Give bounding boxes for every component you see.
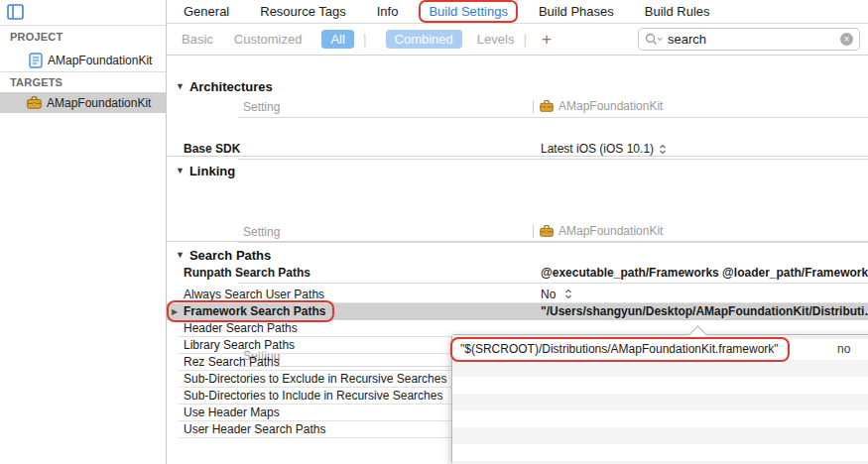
setting-row-always-search-user-paths: Always Search User Paths No xyxy=(167,287,868,303)
popover-empty-row[interactable] xyxy=(452,377,868,394)
setting-label: Header Search Paths xyxy=(184,320,298,337)
search-field[interactable]: × xyxy=(638,28,860,51)
popover-empty-row[interactable] xyxy=(452,427,868,444)
setting-value[interactable]: Latest iOS (iOS 10.1) xyxy=(541,142,667,156)
targets-section-header: TARGETS xyxy=(10,76,62,88)
framework-search-paths-popover: "$(SRCROOT)/Distributions/AMapFoundation… xyxy=(451,334,868,464)
stepper-icon[interactable] xyxy=(564,290,572,299)
sidebar-divider xyxy=(0,71,166,72)
setting-label: Always Search User Paths xyxy=(184,287,324,303)
scope-all[interactable]: All xyxy=(321,30,353,49)
tab-build-rules[interactable]: Build Rules xyxy=(645,4,710,19)
target-toolbox-icon xyxy=(27,96,42,109)
scope-basic[interactable]: Basic xyxy=(182,32,213,47)
disclosure-closed-icon[interactable]: ▶ xyxy=(172,303,178,320)
target-toolbox-icon xyxy=(540,100,554,112)
section-title: Linking xyxy=(189,164,235,178)
build-settings-filter-bar: Basic Customized All | Combined Levels |… xyxy=(167,24,868,56)
popover-empty-row[interactable] xyxy=(452,410,868,427)
project-item-label: AMapFoundationKit xyxy=(48,54,152,67)
disclosure-open-icon[interactable]: ▼ xyxy=(176,250,185,260)
section-header-search-paths[interactable]: ▼ Search Paths xyxy=(167,246,868,264)
sidebar-item-target[interactable]: AMapFoundationKit xyxy=(0,92,166,113)
disclosure-open-icon[interactable]: ▼ xyxy=(176,166,185,175)
column-setting: Setting xyxy=(243,225,280,239)
popover-empty-row[interactable] xyxy=(452,360,868,377)
setting-row-runpath: Runpath Search Paths @executable_path/Fr… xyxy=(167,263,868,284)
navigator-sidebar: PROJECT AMapFoundationKit TARGETS AMapFo… xyxy=(0,0,167,464)
setting-value[interactable]: @executable_path/Frameworks @loader_path… xyxy=(541,266,868,280)
mode-combined[interactable]: Combined xyxy=(386,30,462,49)
column-setting: Setting xyxy=(243,100,280,114)
editor-tab-bar: General Resource Tags Info Build Setting… xyxy=(167,0,868,24)
setting-value[interactable]: No xyxy=(541,287,572,303)
clear-search-icon[interactable]: × xyxy=(840,33,853,46)
section-title: Search Paths xyxy=(189,248,271,263)
tab-build-settings[interactable]: Build Settings xyxy=(429,4,508,19)
search-icon xyxy=(645,33,663,46)
column-target: AMapFoundationKit xyxy=(533,99,663,113)
setting-row-framework-search-paths[interactable]: ▶ Framework Search Paths "/Users/shangyu… xyxy=(167,303,868,320)
tab-general[interactable]: General xyxy=(184,4,229,19)
sidebar-item-project[interactable]: AMapFoundationKit xyxy=(0,50,166,70)
column-separator xyxy=(533,100,534,113)
filter-separator: | xyxy=(363,32,367,48)
column-target-label: AMapFoundationKit xyxy=(558,99,663,113)
target-toolbox-icon xyxy=(540,225,554,237)
setting-label: Library Search Paths xyxy=(184,337,295,354)
mode-levels[interactable]: Levels xyxy=(477,32,515,47)
add-setting-button[interactable]: + xyxy=(542,30,552,50)
framework-path-value[interactable]: "$(SRCROOT)/Distributions/AMapFoundation… xyxy=(460,339,779,360)
section-title: Architectures xyxy=(189,79,273,94)
filter-separator: | xyxy=(523,32,527,48)
search-input[interactable] xyxy=(668,32,840,47)
setting-label: Sub-Directories to Include in Recursive … xyxy=(184,388,442,405)
stepper-icon[interactable] xyxy=(659,145,667,155)
setting-value[interactable]: "/Users/shangyun/Desktop/AMapFoundationK… xyxy=(541,303,868,320)
section-divider xyxy=(167,241,868,242)
setting-label: User Header Search Paths xyxy=(184,421,325,438)
tab-build-phases[interactable]: Build Phases xyxy=(539,4,614,19)
sidebar-divider xyxy=(0,25,166,26)
setting-label: Base SDK xyxy=(184,142,240,156)
project-file-icon xyxy=(29,53,43,68)
setting-label: Runpath Search Paths xyxy=(184,266,310,280)
popover-empty-row[interactable] xyxy=(452,394,868,410)
section-header-linking[interactable]: ▼ Linking xyxy=(167,162,868,179)
recursive-flag-label: no xyxy=(837,339,850,360)
tab-info[interactable]: Info xyxy=(377,4,399,19)
project-section-header: PROJECT xyxy=(10,31,62,43)
navigator-toggle-icon[interactable] xyxy=(7,4,24,24)
disclosure-open-icon[interactable]: ▼ xyxy=(176,81,185,91)
column-header-row: Setting AMapFoundationKit xyxy=(167,223,868,243)
popover-path-row[interactable]: "$(SRCROOT)/Distributions/AMapFoundation… xyxy=(452,339,868,360)
column-separator xyxy=(533,225,534,238)
column-target-label: AMapFoundationKit xyxy=(558,224,663,238)
column-target: AMapFoundationKit xyxy=(533,224,663,238)
section-divider xyxy=(167,156,868,157)
popover-empty-row[interactable] xyxy=(452,444,868,461)
setting-label: Use Header Maps xyxy=(184,405,280,421)
setting-label: Sub-Directories to Exclude in Recursive … xyxy=(184,371,446,388)
scope-customized[interactable]: Customized xyxy=(234,32,303,47)
tab-resource-tags[interactable]: Resource Tags xyxy=(260,4,345,19)
column-header-row: Setting AMapFoundationKit xyxy=(167,98,868,118)
setting-label: Rez Search Paths xyxy=(184,354,280,371)
target-item-label: AMapFoundationKit xyxy=(47,96,151,110)
section-header-architectures[interactable]: ▼ Architectures xyxy=(167,77,868,95)
setting-label: Framework Search Paths xyxy=(184,303,325,320)
